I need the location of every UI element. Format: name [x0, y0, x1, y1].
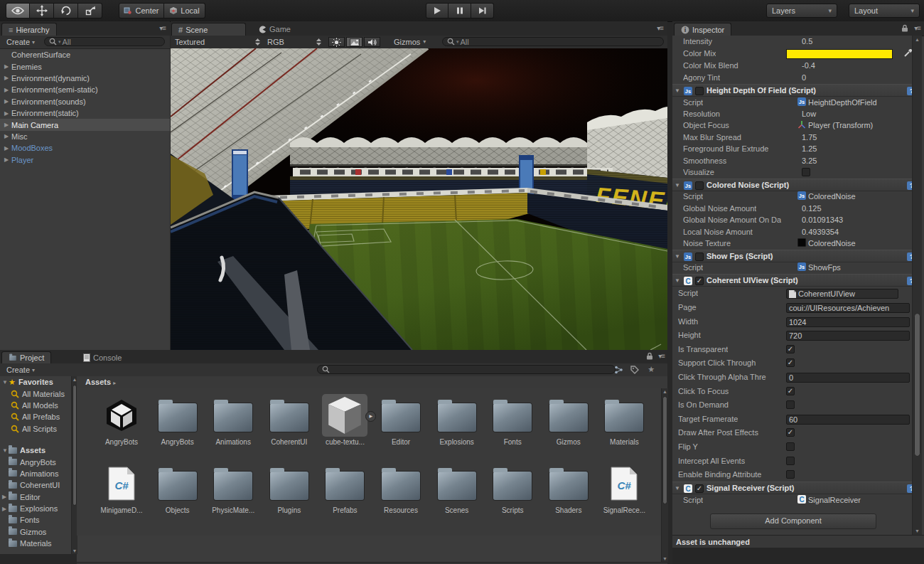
tab-game[interactable]: Game: [252, 23, 316, 36]
object-reference[interactable]: SignalReceiver: [808, 496, 861, 504]
tree-item-materials[interactable]: Materials: [0, 538, 71, 549]
foldout-arrow-icon[interactable]: ▼: [2, 379, 9, 385]
foldout-arrow-icon[interactable]: ▼: [675, 253, 680, 260]
rotate-tool-button[interactable]: [54, 3, 78, 18]
lock-icon[interactable]: [901, 24, 908, 32]
asset-item-scripts[interactable]: Scripts: [485, 462, 540, 514]
field-value[interactable]: 0.5: [802, 37, 812, 46]
hierarchy-item-environment-semi-static[interactable]: ▶Environment(semi-static): [0, 84, 170, 95]
checkbox[interactable]: [786, 470, 795, 479]
tab-project[interactable]: Project: [1, 351, 51, 363]
foldout-arrow-icon[interactable]: ▼: [675, 485, 680, 491]
scene-search-input[interactable]: ▾ All: [442, 37, 664, 46]
foldout-arrow-icon[interactable]: ▶: [4, 145, 11, 151]
color-swatch[interactable]: [786, 49, 893, 59]
tab-hierarchy[interactable]: ≡Hierarchy: [1, 23, 57, 36]
search-by-type-icon[interactable]: [614, 366, 623, 374]
text-field[interactable]: 1024: [786, 317, 910, 327]
object-reference[interactable]: ShowFps: [808, 263, 841, 272]
foldout-arrow-icon[interactable]: ▼: [675, 87, 680, 94]
asset-item-angrybots[interactable]: AngryBots: [150, 394, 205, 446]
hierarchy-panel-menu-icon[interactable]: ▾≡: [159, 24, 166, 32]
component-enabled-checkbox[interactable]: ✓: [695, 277, 704, 285]
tree-item-coherentui[interactable]: CoherentUI: [0, 479, 71, 491]
asset-item-animations[interactable]: Animations: [205, 394, 261, 446]
field-value[interactable]: 0.01091343: [802, 216, 843, 224]
object-reference[interactable]: ColoredNoise: [808, 239, 856, 248]
asset-item-objects[interactable]: Objects: [150, 462, 205, 514]
scale-tool-button[interactable]: [78, 3, 102, 18]
hierarchy-search-input[interactable]: ▾ All: [44, 37, 165, 46]
lighting-toggle[interactable]: [328, 37, 345, 47]
asset-item-editor[interactable]: Editor: [373, 394, 429, 446]
component-enabled-checkbox[interactable]: [695, 181, 704, 190]
field-value[interactable]: 1.75: [802, 133, 817, 142]
asset-item-coherentui[interactable]: CoherentUI: [262, 394, 317, 446]
field-value[interactable]: 0.4939354: [802, 228, 839, 236]
eyedropper-icon[interactable]: [903, 49, 912, 58]
checkbox[interactable]: [786, 457, 795, 465]
foldout-arrow-icon[interactable]: ▶: [4, 63, 11, 70]
checkbox[interactable]: ✓: [786, 428, 795, 437]
object-reference[interactable]: HeightDepthOfField: [808, 98, 877, 107]
play-button[interactable]: [426, 3, 448, 18]
component-enabled-checkbox[interactable]: ✓: [695, 484, 704, 493]
hierarchy-item-player[interactable]: ▶Player: [0, 154, 170, 166]
foldout-arrow-icon[interactable]: ▶: [2, 494, 9, 500]
hierarchy-item-environment-dynamic[interactable]: ▶Environment(dynamic): [0, 73, 170, 84]
view-tool-button[interactable]: [6, 3, 30, 18]
tree-item-explosions[interactable]: ▶Explosions: [0, 503, 71, 514]
tree-item-all-prefabs[interactable]: All Prefabs: [0, 411, 71, 422]
saved-search-star-icon[interactable]: ★: [648, 365, 655, 374]
checkbox[interactable]: ✓: [786, 387, 795, 395]
pivot-center-button[interactable]: Center: [119, 3, 164, 18]
text-field[interactable]: 60: [786, 415, 910, 425]
checkbox[interactable]: [802, 168, 810, 176]
text-field[interactable]: 720: [786, 331, 910, 341]
field-value[interactable]: 0.125: [802, 204, 822, 213]
project-search-input[interactable]: [317, 365, 616, 374]
layers-dropdown[interactable]: Layers▾: [766, 4, 837, 18]
scroll-down-icon[interactable]: ▼: [662, 556, 668, 561]
pause-button[interactable]: [448, 3, 471, 18]
audio-toggle[interactable]: [364, 37, 380, 47]
asset-item-resources[interactable]: Resources: [373, 462, 429, 514]
hierarchy-item-enemies[interactable]: ▶Enemies: [0, 60, 170, 72]
lock-icon[interactable]: [646, 352, 653, 360]
step-button[interactable]: [471, 3, 494, 18]
tree-item-all-materials[interactable]: All Materials: [0, 388, 71, 399]
tab-scene[interactable]: # Scene: [171, 23, 246, 36]
hierarchy-item-moodboxes[interactable]: ▶MoodBoxes: [0, 142, 170, 154]
asset-item-gizmos[interactable]: Gizmos: [541, 394, 596, 446]
tree-item-animations[interactable]: Animations: [0, 468, 71, 479]
component-enabled-checkbox[interactable]: [695, 252, 704, 261]
checkbox[interactable]: ✓: [786, 358, 795, 367]
foldout-arrow-icon[interactable]: ▶: [2, 506, 9, 512]
asset-item-plugins[interactable]: Plugins: [262, 462, 317, 514]
assets-scrollbar[interactable]: ▲ ▼: [661, 388, 668, 562]
asset-item-angrybots[interactable]: AngryBots: [94, 394, 149, 446]
move-tool-button[interactable]: [30, 3, 54, 18]
hierarchy-item-misc[interactable]: ▶Misc: [0, 131, 170, 142]
field-value[interactable]: Low: [802, 110, 816, 118]
field-value[interactable]: 3.25: [802, 156, 817, 165]
foldout-arrow-icon[interactable]: ▶: [4, 110, 11, 117]
foldout-arrow-icon[interactable]: ▼: [675, 182, 680, 188]
project-create-button[interactable]: Create▾: [3, 365, 38, 375]
breadcrumb[interactable]: Assets ▸: [85, 378, 116, 386]
assets-scroll-thumb[interactable]: [662, 396, 667, 504]
asset-item-minigamed[interactable]: C#MinigameD...: [94, 462, 149, 514]
foldout-arrow-icon[interactable]: ▶: [4, 75, 11, 81]
tree-section-assets[interactable]: ▼Assets: [0, 445, 71, 456]
foldout-arrow-icon[interactable]: ▶: [4, 122, 11, 128]
asset-item-explosions[interactable]: Explosions: [429, 394, 485, 446]
field-value[interactable]: -0.4: [802, 61, 815, 70]
scene-viewport[interactable]: FENER: [171, 48, 667, 350]
hierarchy-item-environment-sounds[interactable]: ▶Environment(sounds): [0, 96, 170, 107]
project-panel-menu-icon[interactable]: ▾≡: [658, 352, 665, 360]
checkbox[interactable]: [786, 400, 795, 409]
checkbox[interactable]: [786, 442, 795, 451]
rendermode-dropdown[interactable]: Textured: [175, 36, 260, 47]
inspector-scrollbar[interactable]: ▲ ▼: [912, 36, 922, 535]
asset-item-fonts[interactable]: Fonts: [485, 394, 540, 446]
